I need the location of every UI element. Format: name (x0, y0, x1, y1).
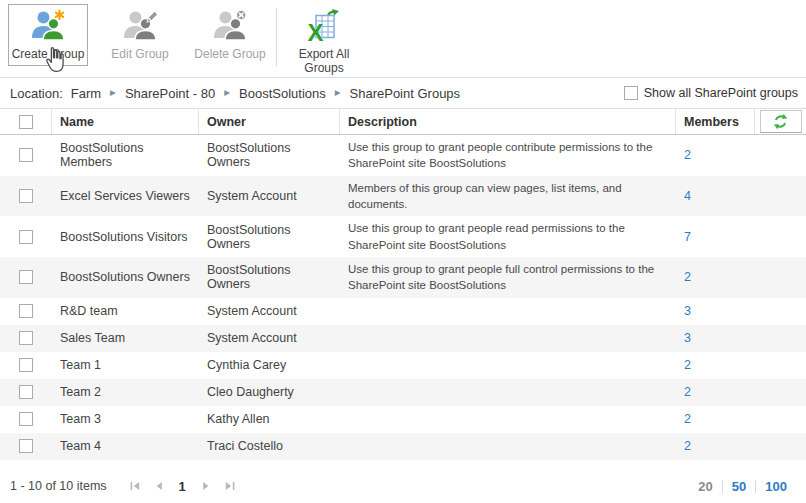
row-checkbox[interactable] (19, 230, 33, 244)
row-checkbox[interactable] (19, 270, 33, 284)
cell-members-cell: 2 (676, 433, 755, 460)
cell-spacer (755, 298, 806, 325)
table-body: BoostSolutions MembersBoostSolutions Own… (0, 135, 806, 460)
members-count-link[interactable]: 2 (684, 412, 691, 426)
cell-spacer (755, 216, 806, 257)
header-checkbox-cell (0, 109, 52, 134)
table-row: Team 4Traci Costello2 (0, 433, 806, 460)
row-checkbox[interactable] (19, 331, 33, 345)
refresh-icon (772, 113, 789, 130)
table-row: Excel Services ViewersSystem AccountMemb… (0, 176, 806, 217)
row-checkbox[interactable] (19, 385, 33, 399)
cell-owner: Traci Costello (199, 433, 340, 460)
previous-page-button[interactable] (153, 480, 165, 492)
svg-text:X: X (308, 19, 324, 46)
create-group-button[interactable]: Create Group (8, 4, 88, 66)
row-checkbox-cell (0, 216, 52, 257)
pagination-footer: 1 - 10 of 10 items 1 20 50 100 (0, 469, 806, 503)
breadcrumb-item-farm[interactable]: Farm (71, 86, 101, 101)
table-row: BoostSolutions VisitorsBoostSolutions Ow… (0, 216, 806, 257)
row-checkbox-cell (0, 433, 52, 460)
cell-spacer (755, 325, 806, 352)
groups-table: Name Owner Description Members BoostSolu… (0, 108, 806, 460)
members-count-link[interactable]: 2 (684, 439, 691, 453)
cell-description: Use this group to grant people full cont… (340, 257, 676, 298)
cell-spacer (755, 352, 806, 379)
cell-owner: BoostSolutions Owners (199, 257, 340, 298)
edit-group-label: Edit Group (111, 48, 168, 62)
row-checkbox-cell (0, 325, 52, 352)
cell-spacer (755, 379, 806, 406)
page-size-100[interactable]: 100 (756, 479, 796, 494)
cell-owner: System Account (199, 325, 340, 352)
row-checkbox-cell (0, 406, 52, 433)
breadcrumb-arrow-icon: ▶ (224, 88, 230, 97)
cell-group-name: Excel Services Viewers (52, 176, 199, 217)
members-count-link[interactable]: 3 (684, 331, 691, 345)
row-checkbox[interactable] (19, 304, 33, 318)
column-header-description[interactable]: Description (340, 109, 676, 134)
cell-owner: Cleo Daugherty (199, 379, 340, 406)
column-header-members[interactable]: Members (676, 109, 755, 134)
cell-description (340, 406, 676, 433)
table-row: Sales TeamSystem Account3 (0, 325, 806, 352)
members-count-link[interactable]: 2 (684, 270, 691, 284)
next-page-button[interactable] (200, 480, 212, 492)
breadcrumb: Location: Farm ▶ SharePoint - 80 ▶ Boost… (0, 78, 806, 108)
row-checkbox[interactable] (19, 439, 33, 453)
row-checkbox-cell (0, 298, 52, 325)
create-group-icon (30, 9, 66, 45)
row-checkbox[interactable] (19, 358, 33, 372)
page-size-20[interactable]: 20 (689, 479, 721, 494)
cell-description (340, 379, 676, 406)
cell-description (340, 352, 676, 379)
cell-owner: Kathy Allen (199, 406, 340, 433)
table-row: Team 1Cynthia Carey2 (0, 352, 806, 379)
select-all-checkbox[interactable] (19, 115, 33, 129)
row-checkbox-cell (0, 352, 52, 379)
refresh-button[interactable] (760, 110, 802, 133)
table-header-row: Name Owner Description Members (0, 108, 806, 135)
row-checkbox[interactable] (19, 412, 33, 426)
cell-members-cell: 2 (676, 379, 755, 406)
breadcrumb-item-sharepoint-80[interactable]: SharePoint - 80 (125, 86, 215, 101)
column-header-name[interactable]: Name (52, 109, 199, 134)
members-count-link[interactable]: 2 (684, 385, 691, 399)
cell-members-cell: 7 (676, 216, 755, 257)
members-count-link[interactable]: 3 (684, 304, 691, 318)
cell-group-name: Sales Team (52, 325, 199, 352)
row-checkbox[interactable] (19, 148, 33, 162)
export-all-groups-button[interactable]: X Export All Groups (289, 4, 359, 79)
cell-group-name: BoostSolutions Members (52, 135, 199, 176)
members-count-link[interactable]: 7 (684, 230, 691, 244)
first-page-button[interactable] (129, 480, 141, 492)
show-all-groups-label: Show all SharePoint groups (644, 86, 798, 100)
cell-description: Use this group to grant people contribut… (340, 135, 676, 176)
row-checkbox[interactable] (19, 189, 33, 203)
cell-group-name: BoostSolutions Owners (52, 257, 199, 298)
page-size-50[interactable]: 50 (723, 479, 755, 494)
delete-group-button: Delete Group (190, 4, 270, 66)
row-checkbox-cell (0, 379, 52, 406)
members-count-link[interactable]: 2 (684, 358, 691, 372)
current-page-number[interactable]: 1 (177, 479, 188, 494)
members-count-link[interactable]: 2 (684, 148, 691, 162)
row-checkbox-cell (0, 135, 52, 176)
column-header-owner[interactable]: Owner (199, 109, 340, 134)
breadcrumb-arrow-icon: ▶ (335, 88, 341, 97)
show-all-groups-checkbox[interactable] (624, 86, 638, 100)
cell-spacer (755, 433, 806, 460)
cell-group-name: R&D team (52, 298, 199, 325)
cell-members-cell: 2 (676, 406, 755, 433)
breadcrumb-item-sharepoint-groups[interactable]: SharePoint Groups (350, 86, 461, 101)
export-excel-icon: X (306, 9, 342, 45)
table-row: BoostSolutions MembersBoostSolutions Own… (0, 135, 806, 176)
table-row: Team 3Kathy Allen2 (0, 406, 806, 433)
members-count-link[interactable]: 4 (684, 189, 691, 203)
cell-group-name: BoostSolutions Visitors (52, 216, 199, 257)
breadcrumb-item-boostsolutions[interactable]: BoostSolutions (239, 86, 326, 101)
table-row: R&D teamSystem Account3 (0, 298, 806, 325)
ribbon-toolbar: Create Group Edit Group (0, 0, 806, 78)
table-row: Team 2Cleo Daugherty2 (0, 379, 806, 406)
last-page-button[interactable] (224, 480, 236, 492)
